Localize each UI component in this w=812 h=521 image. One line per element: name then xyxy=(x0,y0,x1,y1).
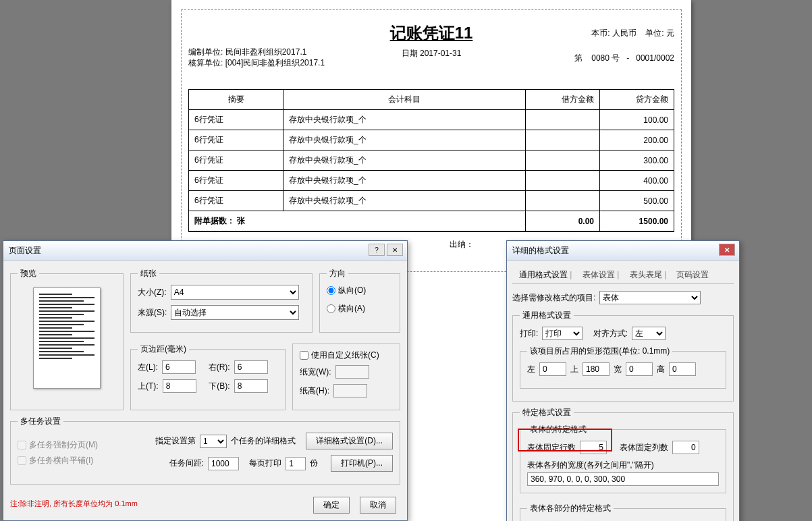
portrait-radio[interactable] xyxy=(327,286,335,295)
col-summary: 摘要 xyxy=(189,90,283,110)
paper-width-input xyxy=(335,365,369,379)
task-no-select[interactable]: 1 xyxy=(200,435,227,448)
voucher-table: 摘要 会计科目 借方金额 贷方金额 6行凭证存放中央银行款项_个100.006行… xyxy=(188,89,674,232)
help-button[interactable]: ? xyxy=(369,244,385,256)
table-row: 6行凭证存放中央银行款项_个500.00 xyxy=(189,191,674,211)
col-credit: 贷方金额 xyxy=(600,90,674,110)
rect-left-input[interactable] xyxy=(539,362,566,376)
force-page-check xyxy=(18,441,26,449)
page-setup-title[interactable]: 页面设置 ? ✕ xyxy=(3,241,407,261)
margin-left-input[interactable] xyxy=(162,360,196,374)
margin-right-input[interactable] xyxy=(234,360,268,374)
rect-width-input[interactable] xyxy=(626,362,653,376)
format-item-select[interactable]: 表体 xyxy=(599,291,701,304)
unit-note: 注:除非注明, 所有长度单位均为 0.1mm xyxy=(10,499,138,509)
col-width-label: 表体各列的宽度(各列之间用","隔开) xyxy=(527,460,719,471)
table-row: 6行凭证存放中央银行款项_个400.00 xyxy=(189,171,674,191)
cancel-button[interactable]: 取消 xyxy=(360,497,396,514)
custom-paper-check[interactable] xyxy=(300,351,308,360)
size-label: 大小(Z): xyxy=(138,287,167,298)
ok-button[interactable]: 确定 xyxy=(313,497,350,514)
page-setup-dialog: 页面设置 ? ✕ 预览 纸张 xyxy=(3,240,408,521)
margin-legend: 页边距(毫米) xyxy=(138,344,189,355)
currency-info: 本币: 人民币 单位: 元 第 0080 号 - 0001/0002 xyxy=(574,28,674,65)
align-select[interactable]: 左 xyxy=(632,327,666,340)
detail-dialog-title[interactable]: 详细的格式设置 ✕ xyxy=(507,241,739,261)
tiled-check xyxy=(18,456,26,465)
fixed-rows-label: 表体固定行数 xyxy=(527,442,576,454)
detail-format-dialog: 详细的格式设置 ✕ 通用格式设置 表体设置 表头表尾 页码设置 选择需修改格式的… xyxy=(506,240,740,521)
table-row: 6行凭证存放中央银行款项_个100.00 xyxy=(189,110,674,130)
orient-legend: 方向 xyxy=(327,268,348,279)
print-mode-select[interactable]: 打印 xyxy=(542,327,583,340)
tab-bar: 通用格式设置 表体设置 表头表尾 页码设置 xyxy=(512,267,734,284)
margin-bottom-input[interactable] xyxy=(234,379,268,393)
col-width-input[interactable] xyxy=(527,472,719,486)
col-subject: 会计科目 xyxy=(283,90,526,110)
per-page-input[interactable] xyxy=(286,457,306,470)
table-row: 6行凭证存放中央银行款项_个200.00 xyxy=(189,130,674,150)
general-legend: 通用格式设置 xyxy=(520,310,574,321)
total-label: 附单据数： 张 xyxy=(189,211,526,232)
preview-thumbnail xyxy=(33,287,101,389)
task-gap-input[interactable] xyxy=(208,457,239,470)
rect-height-input[interactable] xyxy=(669,362,696,376)
total-credit: 1500.00 xyxy=(600,211,674,232)
tab-header-footer[interactable]: 表头表尾 xyxy=(626,267,670,283)
fixed-cols-input[interactable] xyxy=(672,441,699,454)
item-label: 选择需修改格式的项目: xyxy=(512,292,595,304)
paper-source-select[interactable]: 自动选择 xyxy=(171,305,299,320)
part-legend: 表体各部分的特定格式 xyxy=(527,503,614,514)
printer-button[interactable]: 打印机(P)... xyxy=(331,455,393,472)
tab-pagenum[interactable]: 页码设置 xyxy=(672,267,713,283)
source-label: 来源(S): xyxy=(138,307,167,319)
fixed-rows-input[interactable] xyxy=(580,441,607,454)
rect-legend: 该项目所占用的矩形范围(单位: 0.1mm) xyxy=(527,346,672,357)
col-debit: 借方金额 xyxy=(526,90,600,110)
tab-general[interactable]: 通用格式设置 xyxy=(515,267,576,283)
preview-legend: 预览 xyxy=(18,268,39,279)
total-debit: 0.00 xyxy=(526,211,600,232)
paper-height-input xyxy=(333,384,367,397)
org-info: 编制单位: 民间非盈利组织2017.1 核算单位: [004]民间非盈利组织20… xyxy=(188,47,325,68)
table-row: 6行凭证存放中央银行款项_个300.00 xyxy=(189,150,674,171)
body-format-legend: 表体的特定格式 xyxy=(527,424,589,435)
fixed-cols-label: 表体固定列数 xyxy=(620,442,668,454)
paper-legend: 纸张 xyxy=(138,268,159,279)
rect-top-input[interactable] xyxy=(583,362,610,376)
close-button[interactable]: ✕ xyxy=(387,244,403,256)
specific-legend: 特定格式设置 xyxy=(520,407,574,418)
detail-format-button[interactable]: 详细格式设置(D)... xyxy=(306,433,393,449)
multi-task-legend: 多任务设置 xyxy=(18,416,63,427)
margin-top-input[interactable] xyxy=(163,379,196,393)
landscape-radio[interactable] xyxy=(327,304,335,313)
tab-body[interactable]: 表体设置 xyxy=(578,267,623,283)
paper-size-select[interactable]: A4 xyxy=(171,285,299,300)
close-button[interactable]: ✕ xyxy=(719,244,735,256)
